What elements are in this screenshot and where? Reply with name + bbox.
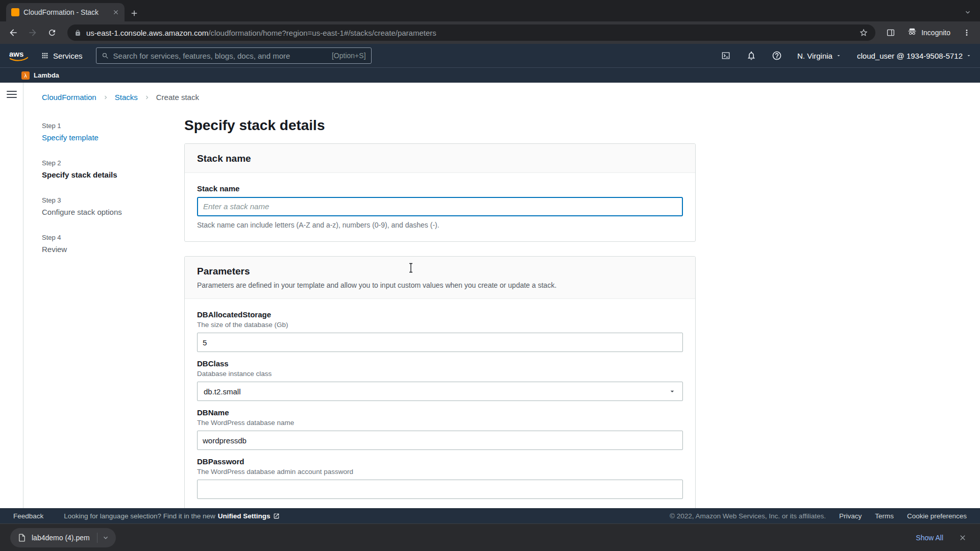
breadcrumb-stacks[interactable]: Stacks [115,93,138,102]
stack-name-card-title: Stack name [197,153,683,164]
parameters-card-description: Parameters are defined in your template … [197,281,683,291]
side-nav-strip [0,83,23,508]
hamburger-menu-icon[interactable] [7,91,17,100]
aws-search-input[interactable] [113,52,328,60]
page-title: Specify stack details [184,117,696,134]
show-all-downloads-link[interactable]: Show All [916,534,943,542]
step-3-number: Step 3 [42,196,184,204]
step-4: Step 4 Review [42,234,184,254]
lock-icon[interactable] [75,30,81,36]
notifications-bell-icon[interactable] [746,51,756,61]
tab-search-chevron-icon[interactable] [964,8,972,16]
parameters-card-header: Parameters Parameters are defined in you… [185,257,695,299]
cookie-preferences-link[interactable]: Cookie preferences [907,512,967,520]
field-name: DBPassword [197,457,683,466]
breadcrumb: CloudFormation Stacks Create stack [42,93,980,102]
terms-link[interactable]: Terms [875,512,894,520]
breadcrumb-cloudformation[interactable]: CloudFormation [42,93,96,102]
browser-tab[interactable]: CloudFormation - Stack [6,3,125,21]
services-label: Services [53,52,83,60]
chevron-down-icon [836,53,842,59]
aws-favicon [11,8,19,16]
incognito-badge: Incognito [902,27,955,39]
tab-title: CloudFormation - Stack [23,8,108,16]
external-link-icon [273,513,280,519]
field-name: DBName [197,408,683,417]
stack-name-label: Stack name [197,184,683,193]
aws-nav-right: N. Virginia cloud_user @ 1934-9508-5712 [721,51,972,61]
unified-settings-link[interactable]: Unified Settings [218,512,271,520]
region-label: N. Virginia [797,52,832,60]
aws-top-nav: aws Services [Option+S] [0,44,980,67]
dbclass-select[interactable]: db.t2.small [197,382,683,401]
field-dballocatedstorage: DBAllocatedStorage The size of the datab… [197,310,683,352]
browser-toolbar: us-east-1.console.aws.amazon.com/cloudfo… [0,21,980,44]
aws-footer: Feedback Looking for language selection?… [0,508,980,523]
forward-icon[interactable] [24,24,41,41]
services-grid-icon [41,52,49,60]
field-name: DBClass [197,359,683,368]
language-notice: Looking for language selection? Find it … [64,512,279,520]
services-menu[interactable]: Services [41,52,83,60]
dbpassword-input[interactable] [197,480,683,499]
step-4-label: Review [42,245,184,254]
search-shortcut-hint: [Option+S] [332,52,366,60]
aws-favorites-bar: λ Lambda [0,67,980,83]
stack-name-input[interactable] [197,197,683,216]
url-text: us-east-1.console.aws.amazon.com/cloudfo… [86,29,436,37]
field-description: The WordPress database name [197,419,683,427]
back-icon[interactable] [5,24,21,41]
step-2-number: Step 2 [42,159,184,167]
aws-logo[interactable]: aws [8,48,30,63]
address-bar[interactable]: us-east-1.console.aws.amazon.com/cloudfo… [67,24,875,41]
incognito-icon [907,27,917,39]
step-1: Step 1 Specify template [42,122,184,142]
side-panel-icon[interactable] [883,24,899,41]
file-icon [17,533,27,542]
step-1-link[interactable]: Specify template [42,133,184,142]
field-name: DBAllocatedStorage [197,310,683,319]
help-icon[interactable] [772,51,782,61]
breadcrumb-separator-icon [103,94,109,101]
field-description: Database instance class [197,370,683,378]
privacy-link[interactable]: Privacy [839,512,862,520]
aws-search-box[interactable]: [Option+S] [96,47,372,64]
dballocatedstorage-input[interactable] [197,333,683,352]
search-icon [102,52,109,60]
cloudshell-icon[interactable] [721,51,731,61]
stack-name-hint: Stack name can include letters (A-Z and … [197,221,683,229]
chevron-down-icon [668,387,676,395]
download-item[interactable]: lab4demo (4).pem [10,528,116,547]
wizard-steps-nav: Step 1 Specify template Step 2 Specify s… [42,117,184,508]
url-path: /cloudformation/home?region=us-east-1#/s… [208,29,436,37]
step-3: Step 3 Configure stack options [42,196,184,216]
parameters-card-title: Parameters [197,266,683,277]
field-dbclass: DBClass Database instance class db.t2.sm… [197,359,683,401]
download-menu-chevron-icon[interactable] [97,533,110,543]
browser-menu-kebab-icon[interactable] [959,24,975,41]
language-notice-text: Looking for language selection? Find it … [64,512,215,520]
favorite-lambda[interactable]: Lambda [34,71,59,79]
bookmark-star-icon[interactable] [859,28,868,37]
browser-tabstrip: CloudFormation - Stack [0,0,980,21]
incognito-label: Incognito [921,29,950,37]
field-dbpassword: DBPassword The WordPress database admin … [197,457,683,499]
close-download-shelf-icon[interactable] [959,534,967,542]
account-menu[interactable]: cloud_user @ 1934-9508-5712 [857,52,972,60]
tab-close-icon[interactable] [112,9,119,16]
new-tab-button[interactable] [130,9,139,18]
reload-icon[interactable] [44,24,60,41]
stack-name-card: Stack name Stack name Stack name can inc… [184,143,696,242]
field-description: The WordPress database admin account pas… [197,468,683,475]
svg-text:aws: aws [9,49,23,58]
download-file-name: lab4demo (4).pem [32,534,90,542]
region-selector[interactable]: N. Virginia [797,52,842,60]
step-2-label: Specify stack details [42,170,184,179]
breadcrumb-create-stack: Create stack [156,93,199,102]
url-domain: us-east-1.console.aws.amazon.com [86,29,208,37]
feedback-link[interactable]: Feedback [13,512,43,520]
breadcrumb-separator-icon [144,94,150,101]
chevron-down-icon [966,53,972,59]
dbname-input[interactable] [197,431,683,450]
download-shelf: lab4demo (4).pem Show All [0,523,980,551]
